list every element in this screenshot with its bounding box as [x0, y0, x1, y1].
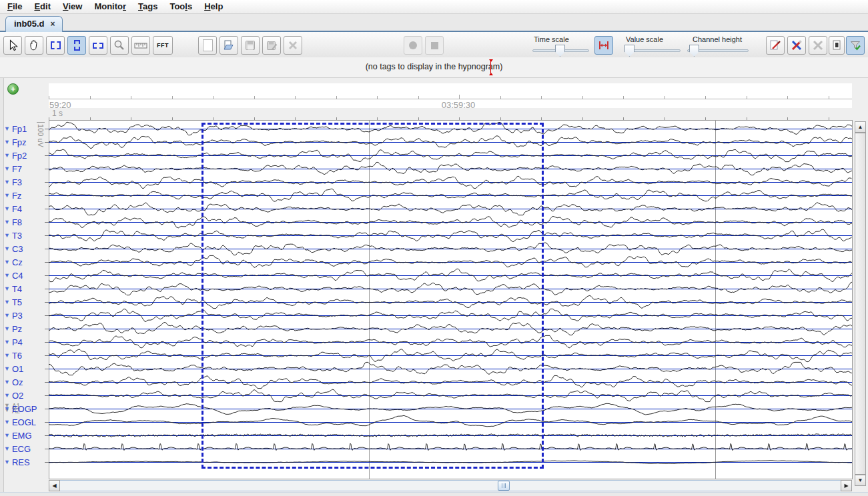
- channel-f8[interactable]: ▼F8: [4, 216, 22, 228]
- channel-collapse-icon[interactable]: ▼: [4, 205, 10, 212]
- channel-collapse-icon[interactable]: ▼: [4, 165, 10, 172]
- zoom-tool-button[interactable]: [110, 36, 129, 55]
- menu-tags[interactable]: Tags: [132, 0, 163, 11]
- channel-t4[interactable]: ▼T4: [4, 283, 22, 295]
- channel-collapse-icon[interactable]: ▼: [4, 352, 10, 359]
- tab-bar: inb05.d×: [0, 14, 868, 32]
- channel-slice-select-tool-button[interactable]: [89, 36, 107, 55]
- channel-label: T6: [12, 351, 22, 361]
- channel-collapse-icon[interactable]: ▼: [4, 445, 10, 452]
- channel-t5[interactable]: ▼T5: [4, 296, 22, 308]
- stop-button[interactable]: [425, 36, 444, 55]
- rect-select-tool-button[interactable]: [46, 36, 65, 55]
- channel-collapse-icon[interactable]: ▼: [4, 405, 10, 412]
- channel-collapse-icon[interactable]: ▼: [4, 339, 10, 345]
- channel-collapse-icon[interactable]: ▼: [4, 325, 10, 332]
- channel-p3[interactable]: ▼P3: [4, 309, 23, 321]
- horizontal-scrollbar-track[interactable]: [60, 480, 841, 491]
- save-as-button[interactable]: [262, 36, 281, 55]
- menu-monitor[interactable]: Monitor: [88, 0, 132, 11]
- channel-fp1[interactable]: ▼Fp1: [4, 123, 27, 135]
- settings-tools-button[interactable]: [787, 36, 806, 55]
- scroll-down-button[interactable]: ▼: [855, 475, 866, 486]
- time-slice-select-tool-button[interactable]: [67, 36, 86, 55]
- save-button[interactable]: [241, 36, 260, 55]
- channel-collapse-icon[interactable]: ▼: [4, 299, 10, 305]
- record-button[interactable]: [404, 36, 422, 55]
- channel-emg[interactable]: ▼EMG: [4, 429, 32, 441]
- channel-collapse-icon[interactable]: ▼: [4, 419, 10, 425]
- channel-t3[interactable]: ▼T3: [4, 229, 22, 241]
- channel-collapse-icon[interactable]: ▼: [4, 379, 10, 385]
- menu-file[interactable]: File: [1, 0, 28, 11]
- horizontal-scrollbar-thumb[interactable]: [498, 481, 510, 491]
- channel-collapse-icon[interactable]: ▼: [4, 365, 10, 372]
- channel-c3[interactable]: ▼C3: [4, 243, 23, 255]
- measure-tool-button[interactable]: [131, 36, 150, 55]
- channel-fp2[interactable]: ▼Fp2: [4, 149, 27, 161]
- pan-tool-button[interactable]: [25, 36, 43, 55]
- menu-tools[interactable]: Tools: [163, 0, 198, 11]
- stop-icon: [431, 42, 438, 49]
- hypnogram-bar[interactable]: (no tags to display in the hypnogram): [0, 57, 868, 78]
- value-scale-slider-thumb[interactable]: [624, 45, 634, 57]
- scroll-right-button[interactable]: ▶: [841, 480, 852, 491]
- channel-p4[interactable]: ▼P4: [4, 336, 23, 348]
- channel-eogp[interactable]: ▼EOGP: [4, 403, 37, 415]
- channel-eogl[interactable]: ▼EOGL: [4, 416, 36, 428]
- channel-res[interactable]: ▼RES: [4, 456, 30, 468]
- channel-collapse-icon[interactable]: ▼: [4, 232, 10, 239]
- channel-collapse-icon[interactable]: ▼: [4, 272, 10, 279]
- channel-t6[interactable]: ▼T6: [4, 349, 22, 361]
- timeline-tick: [747, 96, 747, 99]
- pointer-tool-button[interactable]: [3, 36, 22, 55]
- scroll-left-button[interactable]: ◀: [49, 480, 60, 491]
- tab-inb05[interactable]: inb05.d×: [5, 16, 63, 33]
- fft-tool-button[interactable]: FFT: [153, 36, 173, 55]
- menu-edit[interactable]: Edit: [28, 0, 57, 11]
- selection-rectangle[interactable]: [201, 123, 544, 469]
- channel-collapse-icon[interactable]: ▼: [4, 152, 10, 159]
- hypnogram-position-marker[interactable]: [490, 59, 491, 75]
- channel-oz[interactable]: ▼Oz: [4, 376, 23, 388]
- new-file-button[interactable]: [198, 36, 217, 55]
- menu-view[interactable]: View: [57, 0, 88, 11]
- channel-fz[interactable]: ▼Fz: [4, 189, 21, 201]
- channel-cz[interactable]: ▼Cz: [4, 256, 23, 268]
- time-scale-slider-thumb[interactable]: [555, 45, 565, 57]
- channel-collapse-icon[interactable]: ▼: [4, 179, 10, 185]
- channel-c4[interactable]: ▼C4: [4, 269, 23, 281]
- channel-collapse-icon[interactable]: ▼: [4, 192, 10, 199]
- delete-button[interactable]: [284, 36, 302, 55]
- tools-disabled-button[interactable]: [809, 36, 827, 55]
- channel-collapse-icon[interactable]: ▼: [4, 219, 10, 225]
- channel-fpz[interactable]: ▼Fpz: [4, 136, 27, 148]
- channel-collapse-icon[interactable]: ▼: [4, 432, 10, 439]
- menu-help[interactable]: Help: [198, 0, 229, 11]
- timeline[interactable]: 59:20 03:59:30: [49, 83, 852, 108]
- filter-button[interactable]: [846, 36, 865, 55]
- vertical-scrollbar-thumb[interactable]: [855, 133, 866, 475]
- channel-label: Fpz: [12, 137, 27, 147]
- channel-collapse-icon[interactable]: ▼: [4, 392, 10, 399]
- channel-f3[interactable]: ▼F3: [4, 176, 22, 188]
- channel-f7[interactable]: ▼F7: [4, 163, 22, 175]
- channel-collapse-icon[interactable]: ▼: [4, 459, 10, 465]
- channel-collapse-icon[interactable]: ▼: [4, 139, 10, 145]
- channel-collapse-icon[interactable]: ▼: [4, 259, 10, 265]
- channel-height-slider-thumb[interactable]: [689, 45, 699, 57]
- channel-collapse-icon[interactable]: ▼: [4, 285, 10, 292]
- fit-width-button[interactable]: [594, 36, 613, 55]
- signal-properties-button[interactable]: [829, 36, 845, 55]
- channel-collapse-icon[interactable]: ▼: [4, 312, 10, 319]
- montage-edit-button[interactable]: [766, 36, 785, 55]
- channel-collapse-icon[interactable]: ▼: [4, 125, 10, 132]
- channel-collapse-icon[interactable]: ▼: [4, 245, 10, 252]
- channel-o1[interactable]: ▼O1: [4, 363, 23, 375]
- scroll-up-button[interactable]: ▲: [855, 121, 866, 133]
- channel-ecg[interactable]: ▼ECG: [4, 443, 31, 455]
- channel-f4[interactable]: ▼F4: [4, 203, 22, 215]
- tab-close-icon[interactable]: ×: [51, 19, 55, 29]
- channel-pz[interactable]: ▼Pz: [4, 323, 22, 335]
- open-file-button[interactable]: [220, 36, 238, 55]
